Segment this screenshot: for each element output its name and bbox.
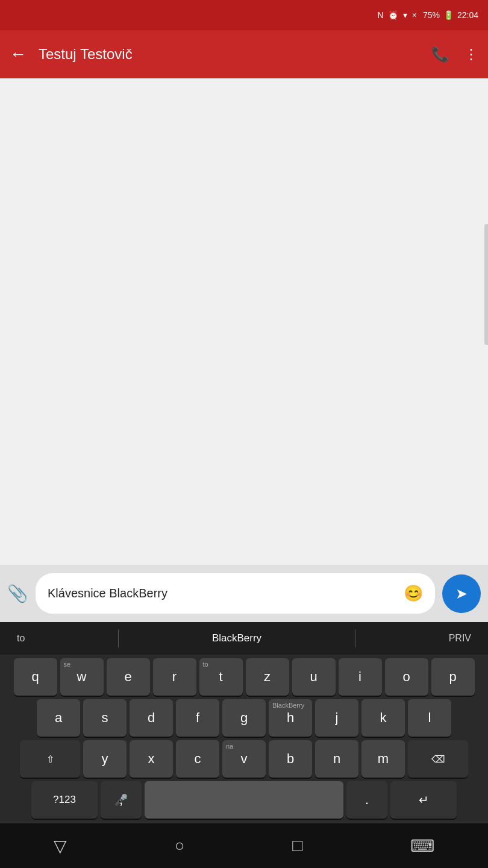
key-enter[interactable]: ↵	[390, 781, 457, 819]
key-label: w	[77, 669, 87, 685]
key-f[interactable]: f	[176, 699, 219, 737]
key-sub-t: to	[203, 661, 208, 668]
key-row-2: a s d f g BlackBerry h j k l	[2, 699, 486, 737]
key-label: n	[333, 751, 340, 767]
key-label: .	[365, 792, 369, 808]
key-label: e	[124, 669, 131, 685]
key-label: g	[240, 710, 248, 726]
key-sub-h: BlackBerry	[272, 702, 304, 709]
key-k[interactable]: k	[361, 699, 405, 737]
key-c[interactable]: c	[176, 740, 219, 778]
key-label: u	[310, 669, 317, 685]
key-label: f	[196, 710, 199, 726]
battery-level: 75%	[423, 10, 440, 20]
key-z[interactable]: z	[246, 658, 289, 696]
nav-recent-icon[interactable]: □	[292, 836, 302, 855]
status-bar-icons: N ⏰ ▾ × 75% 🔋 22:04	[377, 10, 478, 20]
keyboard: to BlackBerry PRIV q se w e r to t z u i…	[0, 622, 488, 823]
autocomplete-center[interactable]: BlackBerry	[205, 629, 269, 648]
key-v[interactable]: na v	[222, 740, 266, 778]
key-h[interactable]: BlackBerry h	[269, 699, 312, 737]
key-s[interactable]: s	[83, 699, 127, 737]
key-label: j	[336, 710, 339, 726]
key-label: h	[287, 710, 294, 726]
key-label: p	[449, 669, 456, 685]
attach-icon[interactable]: 📎	[7, 583, 28, 603]
back-button[interactable]: ←	[10, 45, 27, 64]
backspace-icon: ⌫	[431, 753, 445, 765]
nav-keyboard-icon[interactable]: ⌨	[410, 836, 434, 856]
phone-icon[interactable]: 📞	[431, 46, 449, 63]
send-icon: ➤	[455, 585, 468, 602]
key-label: c	[195, 751, 201, 767]
key-q[interactable]: q	[14, 658, 57, 696]
key-i[interactable]: i	[339, 658, 382, 696]
key-b[interactable]: b	[269, 740, 312, 778]
battery-icon: 🔋	[443, 10, 454, 20]
key-label: d	[148, 710, 155, 726]
message-input-area: 📎 Klávesnice BlackBerry 😊 ➤	[0, 565, 488, 622]
key-period[interactable]: .	[346, 781, 387, 819]
send-button[interactable]: ➤	[442, 574, 481, 613]
key-u[interactable]: u	[292, 658, 336, 696]
emoji-icon[interactable]: 😊	[404, 584, 423, 603]
status-icons: N ⏰ ▾ ×	[377, 10, 419, 20]
key-label: b	[287, 751, 294, 767]
key-x[interactable]: x	[130, 740, 173, 778]
status-bar: N ⏰ ▾ × 75% 🔋 22:04	[0, 0, 488, 30]
key-n[interactable]: n	[315, 740, 358, 778]
page-title: Testuj Testovič	[39, 46, 431, 63]
key-r[interactable]: r	[153, 658, 196, 696]
scroll-hint	[484, 224, 488, 345]
key-label: i	[358, 669, 361, 685]
key-e[interactable]: e	[107, 658, 150, 696]
key-label: o	[402, 669, 410, 685]
key-space[interactable]	[145, 781, 343, 819]
key-label: a	[55, 710, 62, 726]
time: 22:04	[457, 10, 478, 20]
key-label: l	[428, 710, 431, 726]
key-label: s	[102, 710, 108, 726]
autocomplete-divider-left	[118, 629, 119, 647]
message-input[interactable]: Klávesnice BlackBerry	[48, 587, 399, 600]
key-label: m	[378, 751, 389, 767]
autocomplete-right[interactable]: PRIV	[442, 629, 478, 647]
key-sub-v: na	[226, 743, 233, 750]
enter-icon: ↵	[419, 793, 429, 807]
autocomplete-left[interactable]: to	[10, 629, 32, 647]
key-symbols[interactable]: ?123	[31, 781, 98, 819]
bottom-nav: ▽ ○ □ ⌨	[0, 823, 488, 868]
key-sub-w: se	[64, 661, 71, 668]
more-options-icon[interactable]: ⋮	[464, 46, 478, 63]
key-o[interactable]: o	[385, 658, 428, 696]
key-comma[interactable]: 🎤 ,	[101, 781, 142, 819]
key-label: y	[102, 751, 108, 767]
key-p[interactable]: p	[431, 658, 475, 696]
key-row-3: ⇧ y x c na v b n m ⌫	[2, 740, 486, 778]
key-m[interactable]: m	[361, 740, 405, 778]
key-label: x	[148, 751, 155, 767]
key-j[interactable]: j	[315, 699, 358, 737]
key-label: ?123	[53, 794, 76, 806]
key-backspace[interactable]: ⌫	[408, 740, 468, 778]
key-t[interactable]: to t	[199, 658, 243, 696]
autocomplete-divider-right	[355, 629, 355, 647]
app-bar: ← Testuj Testovič 📞 ⋮	[0, 30, 488, 78]
message-input-box[interactable]: Klávesnice BlackBerry 😊	[36, 573, 435, 614]
key-a[interactable]: a	[37, 699, 80, 737]
nav-back-icon[interactable]: ▽	[54, 836, 67, 856]
chat-area	[0, 78, 488, 565]
key-label: v	[241, 751, 248, 767]
key-rows: q se w e r to t z u i o p a s d f g B	[0, 655, 488, 823]
key-l[interactable]: l	[408, 699, 451, 737]
autocomplete-bar: to BlackBerry PRIV	[0, 622, 488, 655]
key-row-4: ?123 🎤 , . ↵	[2, 781, 486, 819]
mic-hint: 🎤	[114, 793, 128, 807]
nav-home-icon[interactable]: ○	[175, 836, 185, 855]
key-g[interactable]: g	[222, 699, 266, 737]
key-w[interactable]: se w	[60, 658, 104, 696]
key-shift[interactable]: ⇧	[20, 740, 80, 778]
key-d[interactable]: d	[130, 699, 173, 737]
key-label: r	[172, 669, 177, 685]
key-y[interactable]: y	[83, 740, 127, 778]
